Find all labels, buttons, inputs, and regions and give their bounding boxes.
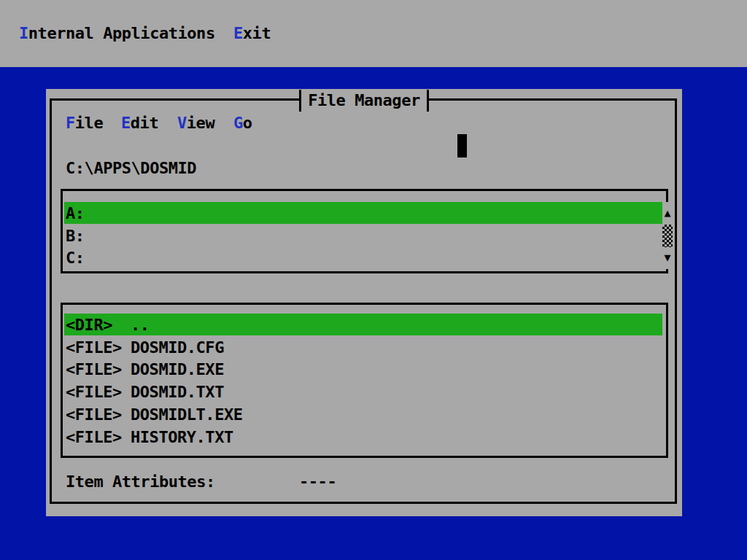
file-item-name[interactable]: HISTORY.TXT xyxy=(131,426,233,448)
menu-item-view[interactable]: View xyxy=(177,112,214,134)
file-item-type[interactable]: <FILE> xyxy=(66,358,122,381)
file-item-type[interactable]: <FILE> xyxy=(66,381,122,403)
menu-item-edit[interactable]: Edit xyxy=(121,112,158,134)
file-item-name[interactable]: DOSMID.EXE xyxy=(131,358,224,381)
drive-item-a[interactable]: A: xyxy=(66,202,85,225)
drive-item-c[interactable]: C: xyxy=(66,246,85,269)
hotkey-letter: V xyxy=(177,114,187,132)
drive-item-b[interactable]: B: xyxy=(66,225,85,247)
hotkey-letter: I xyxy=(19,24,28,42)
scrollbar-thumb[interactable] xyxy=(662,225,673,247)
file-item-type[interactable]: <FILE> xyxy=(66,336,122,359)
hotkey-letter: E xyxy=(233,24,243,42)
menu-item-label: ile xyxy=(75,114,103,132)
file-item-name[interactable]: .. xyxy=(131,314,150,336)
menubar-item-label: nternal Applications xyxy=(28,24,215,42)
hotkey-letter: G xyxy=(233,114,243,132)
hotkey-letter: E xyxy=(121,114,131,132)
menu-item-file[interactable]: File xyxy=(66,112,103,134)
file-item-name[interactable]: DOSMID.TXT xyxy=(131,381,224,403)
item-attributes-value: ---- xyxy=(299,470,336,493)
file-selection-highlight xyxy=(64,314,662,335)
file-item-type[interactable]: <DIR> xyxy=(66,314,112,336)
menubar-item-exit[interactable]: Exit xyxy=(233,22,271,44)
menubar-item-internal-applications[interactable]: Internal Applications xyxy=(19,22,215,44)
desktop: Internal Applications Exit File Manager … xyxy=(0,0,747,560)
menu-item-label: dit xyxy=(131,114,158,132)
scrollbar-up-icon[interactable]: ▲ xyxy=(662,202,673,225)
menu-item-label: iew xyxy=(187,114,214,132)
window-title: File Manager xyxy=(299,90,429,112)
file-item-type[interactable]: <FILE> xyxy=(66,426,122,448)
drive-selection-highlight xyxy=(64,202,662,224)
mouse-block-cursor xyxy=(457,134,467,158)
menubar-item-label: xit xyxy=(243,24,271,42)
top-menubar: Internal Applications Exit xyxy=(0,0,747,67)
file-item-name[interactable]: DOSMID.CFG xyxy=(131,336,224,359)
scrollbar-down-icon[interactable]: ▼ xyxy=(662,247,673,269)
hotkey-letter: F xyxy=(66,114,75,132)
menu-item-go[interactable]: Go xyxy=(233,112,252,134)
file-item-name[interactable]: DOSMIDLT.EXE xyxy=(131,403,243,426)
current-path: C:\APPS\DOSMID xyxy=(66,157,196,179)
file-manager-window: File Manager File Edit View Go C:\APPS\D… xyxy=(46,89,682,516)
file-item-type[interactable]: <FILE> xyxy=(66,403,122,426)
item-attributes-label: Item Attributes: xyxy=(66,470,215,493)
menu-item-label: o xyxy=(243,114,252,132)
